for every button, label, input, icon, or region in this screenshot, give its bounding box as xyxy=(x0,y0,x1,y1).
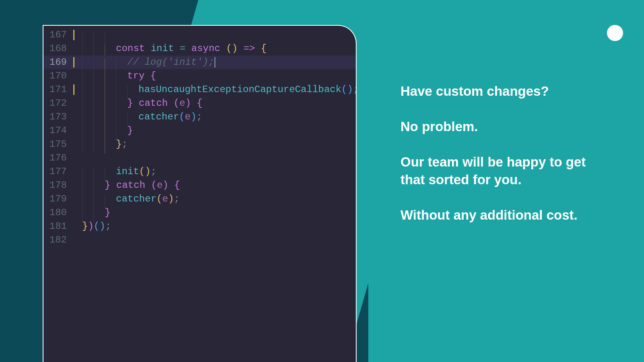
dot-icon xyxy=(607,25,623,41)
code-editor[interactable]: 167168const init = async () => {169// lo… xyxy=(43,25,357,362)
code-line[interactable]: 169// log('init'); xyxy=(43,56,356,69)
code-text[interactable]: }; xyxy=(76,138,128,151)
code-text[interactable]: hasUncaughtExceptionCaptureCallback(); xyxy=(76,83,357,97)
line-number: 171 xyxy=(43,83,73,97)
code-text[interactable]: try { xyxy=(76,69,156,83)
code-line[interactable]: 170try { xyxy=(43,69,356,83)
code-text[interactable]: catcher(e); xyxy=(76,110,202,124)
copy-line-1: Have custom changes? xyxy=(400,82,606,100)
code-line[interactable]: 176 xyxy=(43,151,356,165)
code-line[interactable]: 177init(); xyxy=(43,165,356,179)
line-number: 167 xyxy=(43,28,73,42)
code-text[interactable]: } catch (e) { xyxy=(76,179,180,192)
code-line[interactable]: 174} xyxy=(43,124,356,138)
copy-line-2: No problem. xyxy=(400,118,606,136)
code-line[interactable]: 168const init = async () => { xyxy=(43,42,356,56)
code-text[interactable]: init(); xyxy=(76,165,157,179)
code-line[interactable]: 172} catch (e) { xyxy=(43,97,356,110)
fold-gutter xyxy=(73,206,76,220)
fold-gutter xyxy=(73,220,76,233)
fold-gutter xyxy=(73,124,76,138)
code-line[interactable]: 173catcher(e); xyxy=(43,110,356,124)
line-number: 170 xyxy=(43,69,73,83)
line-number: 175 xyxy=(43,138,73,151)
fold-gutter xyxy=(73,56,76,69)
code-text[interactable]: })(); xyxy=(76,220,111,233)
fold-gutter xyxy=(73,138,76,151)
code-line[interactable]: 171hasUncaughtExceptionCaptureCallback()… xyxy=(43,83,356,97)
line-number: 168 xyxy=(43,42,73,56)
code-line[interactable]: 179catcher(e); xyxy=(43,192,356,206)
fold-gutter xyxy=(73,97,76,110)
fold-gutter xyxy=(73,192,76,206)
fold-gutter xyxy=(73,28,76,42)
slide: 167168const init = async () => {169// lo… xyxy=(0,0,644,362)
fold-gutter xyxy=(73,42,76,56)
code-text[interactable]: } xyxy=(76,206,110,220)
code-line[interactable]: 167 xyxy=(43,28,356,42)
line-number: 169 xyxy=(43,56,73,69)
code-line[interactable]: 181})(); xyxy=(43,220,356,233)
code-text[interactable]: const init = async () => { xyxy=(76,42,267,56)
copy-line-4: Without any additional cost. xyxy=(400,206,606,224)
code-text[interactable] xyxy=(76,28,116,42)
code-text[interactable]: } xyxy=(76,124,133,138)
fold-gutter xyxy=(73,165,76,179)
text-cursor xyxy=(215,57,215,68)
code-line[interactable]: 178} catch (e) { xyxy=(43,179,356,192)
code-editor-body[interactable]: 167168const init = async () => {169// lo… xyxy=(43,26,356,247)
line-number: 180 xyxy=(43,206,73,220)
line-number: 174 xyxy=(43,124,73,138)
fold-gutter xyxy=(73,179,76,192)
line-number: 177 xyxy=(43,165,73,179)
fold-gutter xyxy=(73,151,76,165)
line-number: 173 xyxy=(43,110,73,124)
fold-gutter xyxy=(73,69,76,83)
code-line[interactable]: 182 xyxy=(43,233,356,247)
fold-gutter xyxy=(73,83,76,97)
line-number: 176 xyxy=(43,151,73,165)
code-text[interactable]: } catch (e) { xyxy=(76,97,202,110)
code-line[interactable]: 175}; xyxy=(43,138,356,151)
line-number: 179 xyxy=(43,192,73,206)
code-text[interactable]: // log('init'); xyxy=(76,56,215,69)
line-number: 181 xyxy=(43,220,73,233)
copy-line-3: Our team will be happy to get that sorte… xyxy=(400,153,606,189)
line-number: 182 xyxy=(43,233,73,247)
line-number: 178 xyxy=(43,179,73,192)
code-line[interactable]: 180} xyxy=(43,206,356,220)
code-text[interactable]: catcher(e); xyxy=(76,192,180,206)
fold-gutter xyxy=(73,110,76,124)
fold-gutter xyxy=(73,233,76,247)
marketing-copy: Have custom changes? No problem. Our tea… xyxy=(400,82,606,224)
line-number: 172 xyxy=(43,97,73,110)
